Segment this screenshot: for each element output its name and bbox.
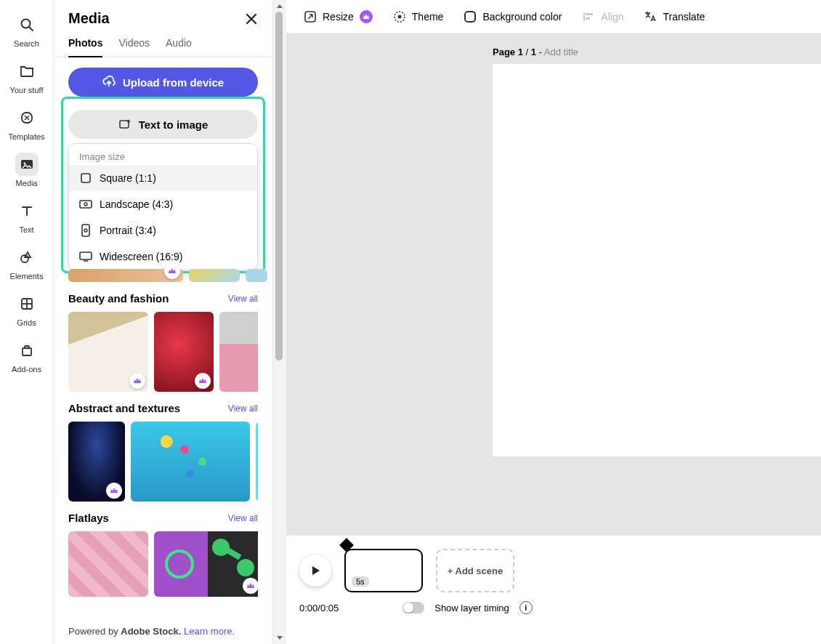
bgcolor-icon xyxy=(464,10,477,23)
square-icon xyxy=(79,172,92,185)
nav-rail: Search Your stuff Templates Media Text E… xyxy=(0,0,54,644)
category-thumbs xyxy=(68,312,258,392)
template-icon xyxy=(15,106,39,129)
nav-label: Media xyxy=(16,179,38,188)
photo-thumb[interactable] xyxy=(68,312,148,392)
dropdown-option-square[interactable]: Square (1:1) xyxy=(69,165,257,191)
search-icon xyxy=(15,13,39,36)
addons-icon xyxy=(15,339,39,362)
svg-point-24 xyxy=(397,15,401,18)
category-title: Flatlays xyxy=(68,512,109,524)
play-button[interactable] xyxy=(299,555,331,587)
svg-line-1 xyxy=(29,28,33,31)
page-label[interactable]: Page 1 / 1 - Add title xyxy=(493,47,578,57)
panel-scrollbar[interactable] xyxy=(273,0,286,644)
nav-label: Templates xyxy=(8,132,44,141)
svg-rect-12 xyxy=(80,201,92,208)
canvas-stage[interactable]: Page 1 / 1 - Add title xyxy=(286,33,821,535)
photo-thumb[interactable] xyxy=(189,269,240,282)
text-to-image-button[interactable]: Text to image xyxy=(68,110,258,139)
scrollbar-thumb[interactable] xyxy=(275,12,283,361)
tool-resize[interactable]: Resize xyxy=(304,10,373,23)
timeline-scene[interactable]: 5s xyxy=(344,549,423,592)
tool-theme[interactable]: Theme xyxy=(393,10,444,23)
viewall-link[interactable]: View all xyxy=(228,513,258,523)
sparkle-icon xyxy=(118,118,132,131)
photo-thumb[interactable] xyxy=(154,531,258,597)
nav-label: Search xyxy=(14,39,39,48)
text-icon xyxy=(15,199,39,222)
panel-footer: Powered by Adobe Stock. Learn more. xyxy=(54,619,272,644)
image-size-dropdown: Image size Square (1:1) Landscape (4:3) … xyxy=(68,143,258,270)
upload-icon xyxy=(102,76,116,89)
photo-thumb[interactable] xyxy=(68,531,148,597)
dropdown-heading: Image size xyxy=(69,144,257,165)
tool-translate[interactable]: Translate xyxy=(644,10,705,23)
nav-item-text[interactable]: Text xyxy=(4,193,49,237)
media-panel: Media Photos Videos Audio Upload from de… xyxy=(54,0,273,644)
canvas-page[interactable] xyxy=(493,64,821,456)
media-tabs: Photos Videos Audio xyxy=(54,27,272,57)
tool-bgcolor[interactable]: Background color xyxy=(464,10,562,23)
nav-item-templates[interactable]: Templates xyxy=(4,100,49,144)
svg-point-15 xyxy=(84,229,87,232)
svg-point-18 xyxy=(166,551,193,577)
svg-point-20 xyxy=(237,559,254,576)
photo-thumb[interactable] xyxy=(246,269,267,282)
top-toolbar: Resize Theme Background color Align Tran… xyxy=(286,0,821,33)
nav-label: Add-ons xyxy=(12,365,41,374)
add-title-link[interactable]: Add title xyxy=(544,47,578,57)
dropdown-option-landscape[interactable]: Landscape (4:3) xyxy=(69,191,257,217)
svg-rect-11 xyxy=(81,174,90,182)
nav-item-yourstuff[interactable]: Your stuff xyxy=(4,54,49,97)
photo-thumb[interactable] xyxy=(219,312,258,392)
nav-item-elements[interactable]: Elements xyxy=(4,240,49,283)
upload-button[interactable]: Upload from device xyxy=(68,68,258,97)
info-icon[interactable]: i xyxy=(519,601,533,614)
dropdown-option-widescreen[interactable]: Widescreen (16:9) xyxy=(69,243,257,270)
layer-timing-toggle[interactable] xyxy=(403,602,424,613)
viewall-link[interactable]: View all xyxy=(228,294,258,304)
photo-thumb[interactable] xyxy=(256,422,258,502)
grids-icon xyxy=(15,292,39,315)
crown-badge xyxy=(164,263,180,279)
nav-item-addons[interactable]: Add-ons xyxy=(4,333,49,377)
nav-label: Elements xyxy=(10,272,44,281)
media-icon xyxy=(15,153,39,176)
translate-icon xyxy=(644,10,657,23)
tab-photos[interactable]: Photos xyxy=(68,37,102,57)
timeline-time: 0:00/0:05 xyxy=(299,603,339,613)
tab-videos[interactable]: Videos xyxy=(118,37,150,57)
dropdown-option-portrait[interactable]: Portrait (3:4) xyxy=(69,217,257,243)
svg-rect-27 xyxy=(586,13,593,15)
svg-rect-25 xyxy=(465,12,475,22)
photo-thumb[interactable] xyxy=(68,422,125,502)
svg-point-0 xyxy=(21,20,30,28)
add-scene-button[interactable]: + Add scene xyxy=(436,549,514,592)
crown-badge xyxy=(195,373,211,389)
playhead-icon[interactable] xyxy=(339,538,354,552)
folder-icon xyxy=(15,60,39,83)
crown-badge xyxy=(129,373,145,389)
nav-item-grids[interactable]: Grids xyxy=(4,286,49,330)
tab-audio[interactable]: Audio xyxy=(166,37,192,57)
portrait-icon xyxy=(79,224,92,237)
learn-more-link[interactable]: Learn more. xyxy=(184,626,235,637)
photo-thumb[interactable] xyxy=(154,312,214,392)
canvas-area: Resize Theme Background color Align Tran… xyxy=(286,0,821,644)
svg-rect-28 xyxy=(586,17,590,20)
svg-rect-9 xyxy=(23,348,31,355)
resize-icon xyxy=(304,10,317,23)
panel-title: Media xyxy=(68,10,110,27)
photo-thumb[interactable] xyxy=(131,422,250,502)
align-icon xyxy=(582,10,595,23)
category-thumbs xyxy=(68,422,258,502)
nav-item-search[interactable]: Search xyxy=(4,7,49,51)
close-button[interactable] xyxy=(245,12,258,25)
nav-label: Grids xyxy=(17,318,36,327)
timeline: 5s + Add scene 0:00/0:05 Show layer timi… xyxy=(286,535,821,644)
crown-badge xyxy=(106,483,122,499)
photo-thumb[interactable] xyxy=(68,269,183,282)
nav-item-media[interactable]: Media xyxy=(4,147,49,190)
viewall-link[interactable]: View all xyxy=(228,403,258,414)
